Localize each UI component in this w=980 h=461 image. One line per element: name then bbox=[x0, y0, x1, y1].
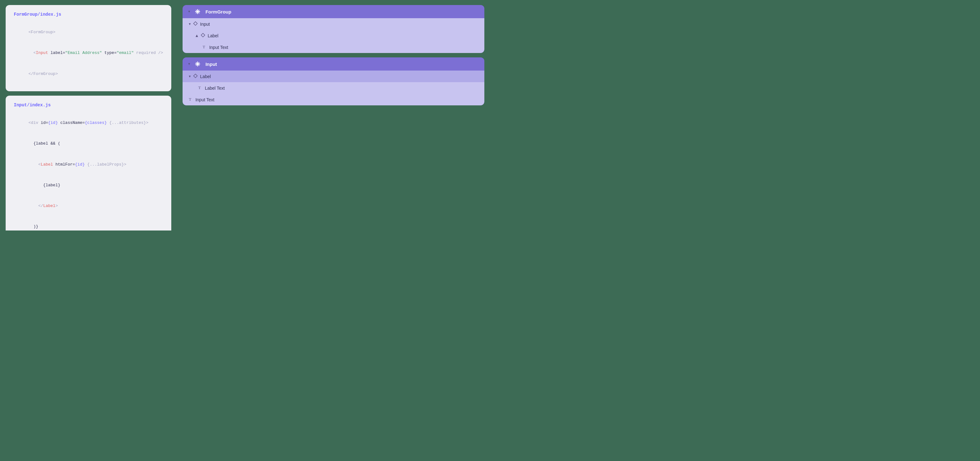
code-token: className= bbox=[58, 121, 85, 125]
code-token: < bbox=[29, 51, 36, 55]
svg-marker-0 bbox=[194, 22, 197, 25]
tree-input-header: ▼ Input bbox=[183, 57, 484, 71]
code-token: "email" bbox=[117, 51, 134, 55]
left-panel: FormGroup/index.js <FormGroup> <Input la… bbox=[0, 0, 177, 230]
chevron-down-icon: ▼ bbox=[188, 10, 190, 13]
code-token: {label && ( bbox=[29, 141, 60, 146]
tree-input-body: ▼ Label T Label Text T bbox=[183, 71, 484, 105]
code-token: {...labelProps}> bbox=[85, 162, 126, 167]
code-token: < bbox=[29, 162, 41, 167]
code-block-input: Input/index.js <div id={id} className={c… bbox=[6, 95, 171, 230]
tree-item-label: Input Text bbox=[209, 45, 228, 50]
tree-item-label: Label bbox=[200, 74, 211, 79]
code-line: </FormGroup> bbox=[14, 64, 163, 84]
code-token: id= bbox=[38, 121, 48, 125]
file-title-formgroup: FormGroup/index.js bbox=[14, 12, 163, 17]
svg-text:T: T bbox=[189, 97, 191, 102]
tree-item-label: Label Text bbox=[205, 86, 225, 91]
code-token: </FormGroup> bbox=[29, 72, 58, 76]
code-token: Input bbox=[36, 51, 48, 55]
code-line: )} bbox=[14, 216, 163, 230]
diamond-icon bbox=[193, 73, 198, 79]
code-token: "Email Address" bbox=[65, 51, 102, 55]
code-token: htmlFor= bbox=[53, 162, 75, 167]
code-token: {id} bbox=[48, 121, 58, 125]
tree-formgroup-title: FormGroup bbox=[205, 9, 232, 14]
code-token: <div bbox=[29, 121, 38, 125]
code-token: required /> bbox=[134, 51, 163, 55]
code-line: <div id={id} className={classes} {...att… bbox=[14, 113, 163, 133]
text-icon: T bbox=[188, 97, 193, 103]
code-line: <Input label="Email Address" type="email… bbox=[14, 43, 163, 64]
code-line: {label && ( bbox=[14, 133, 163, 154]
snowflake-icon bbox=[195, 9, 200, 14]
chevron-down-icon: ▼ bbox=[188, 62, 190, 66]
code-token: </ bbox=[29, 203, 43, 208]
file-title-input: Input/index.js bbox=[14, 103, 163, 108]
code-token: label= bbox=[48, 51, 65, 55]
code-line: <FormGroup> bbox=[14, 22, 163, 43]
code-token: {classes} bbox=[85, 121, 107, 125]
text-icon: T bbox=[202, 44, 207, 50]
code-block-formgroup: FormGroup/index.js <FormGroup> <Input la… bbox=[6, 5, 171, 91]
diamond-icon bbox=[200, 33, 205, 38]
svg-marker-3 bbox=[194, 74, 197, 78]
chevron-right-icon: ▶ bbox=[194, 35, 198, 37]
tree-input: ▼ Input ▼ Label bbox=[183, 57, 484, 105]
diamond-icon bbox=[193, 21, 198, 27]
code-token: type= bbox=[102, 51, 117, 55]
code-line: </Label> bbox=[14, 196, 163, 216]
code-token: Label bbox=[41, 162, 53, 167]
code-line: {label} bbox=[14, 175, 163, 196]
tree-item-input-text2[interactable]: T Input Text bbox=[183, 94, 484, 105]
svg-text:T: T bbox=[198, 85, 201, 90]
code-token: )} bbox=[29, 224, 38, 229]
tree-formgroup-body: ▼ Input ▶ Label T bbox=[183, 18, 484, 53]
code-line: <Label htmlFor={id} {...labelProps}> bbox=[14, 154, 163, 175]
code-token: Label bbox=[43, 203, 56, 208]
code-token: > bbox=[56, 203, 58, 208]
tree-item-label-text[interactable]: T Label Text bbox=[183, 82, 484, 94]
tree-formgroup: ▼ FormGroup ▼ Input ▶ bbox=[183, 5, 484, 53]
code-token: {id} bbox=[75, 162, 85, 167]
chevron-down-icon: ▼ bbox=[188, 22, 191, 26]
tree-input-title: Input bbox=[205, 62, 217, 67]
code-token: <FormGroup> bbox=[29, 30, 56, 35]
tree-item-label-selected[interactable]: ▼ Label bbox=[183, 71, 484, 82]
snowflake-icon bbox=[195, 61, 200, 67]
svg-marker-1 bbox=[201, 33, 205, 37]
right-panel: ▼ FormGroup ▼ Input ▶ bbox=[177, 0, 490, 230]
svg-text:T: T bbox=[203, 45, 205, 49]
tree-item-label: Label bbox=[208, 33, 218, 38]
tree-formgroup-header: ▼ FormGroup bbox=[183, 5, 484, 18]
tree-item-label[interactable]: ▶ Label bbox=[183, 30, 484, 41]
tree-item-label: Input Text bbox=[196, 97, 214, 102]
code-token: {label} bbox=[29, 183, 60, 188]
chevron-down-icon: ▼ bbox=[188, 75, 191, 78]
code-token: {...attributes}> bbox=[107, 121, 149, 125]
tree-item-input-text[interactable]: T Input Text bbox=[183, 41, 484, 53]
text-icon: T bbox=[197, 85, 203, 91]
tree-item-label: Input bbox=[200, 22, 210, 27]
tree-item-input[interactable]: ▼ Input bbox=[183, 18, 484, 30]
